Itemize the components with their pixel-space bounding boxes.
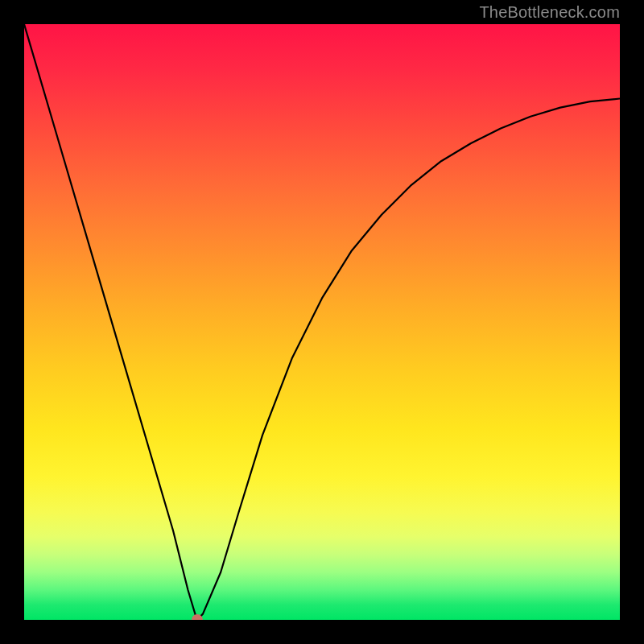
plot-area bbox=[24, 24, 620, 620]
watermark-text: TheBottleneck.com bbox=[479, 3, 620, 22]
chart-frame: TheBottleneck.com bbox=[0, 0, 644, 644]
optimal-point-marker bbox=[192, 614, 203, 620]
bottleneck-curve bbox=[24, 24, 620, 620]
